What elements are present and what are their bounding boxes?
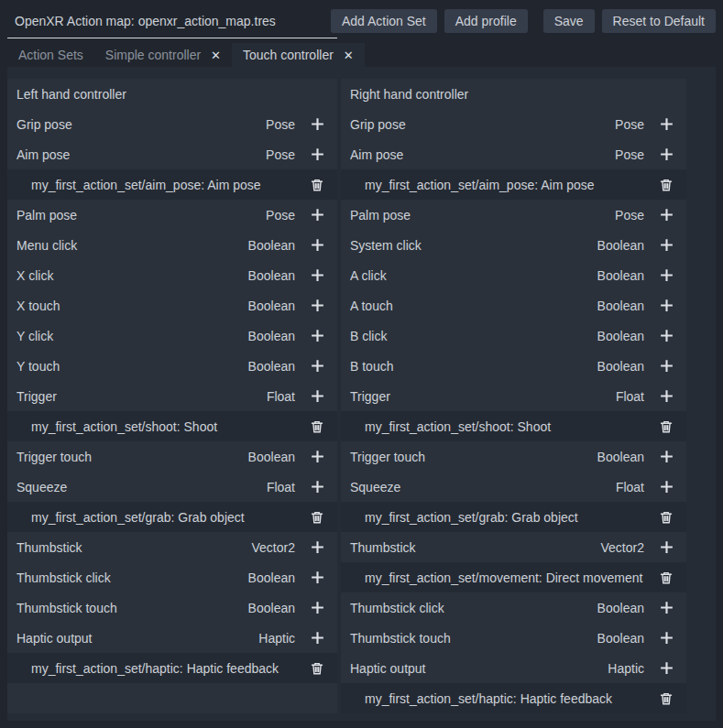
add-binding-button[interactable]: [306, 204, 328, 226]
add-binding-button[interactable]: [655, 295, 677, 317]
add-binding-button[interactable]: [306, 325, 328, 347]
tab-content: Left hand controller Grip pose Pose Aim …: [7, 67, 716, 721]
add-binding-button[interactable]: [306, 537, 328, 559]
add-binding-button[interactable]: [655, 144, 677, 166]
topbar-button-add-profile[interactable]: Add profile: [444, 9, 528, 33]
delete-binding-button[interactable]: [306, 416, 328, 438]
plus-icon: [310, 237, 325, 253]
add-binding-button[interactable]: [655, 446, 677, 468]
add-binding-button[interactable]: [655, 234, 677, 256]
plus-icon: [659, 600, 674, 615]
tab-simple-controller[interactable]: Simple controller ✕: [94, 43, 232, 67]
action-type: Haptic: [608, 661, 644, 676]
action-type: Vector2: [601, 540, 644, 555]
add-binding-button[interactable]: [655, 476, 677, 498]
add-binding-button[interactable]: [306, 234, 328, 256]
delete-binding-button[interactable]: [655, 174, 677, 196]
action-type: Boolean: [248, 359, 295, 374]
add-binding-button[interactable]: [655, 265, 677, 287]
tab-label: Action Sets: [18, 48, 83, 62]
action-row-y-click: Y click Boolean: [7, 321, 337, 351]
add-binding-button[interactable]: [306, 597, 328, 619]
action-name: Aim pose: [350, 147, 615, 162]
plus-icon: [310, 207, 325, 223]
add-binding-button[interactable]: [306, 114, 328, 136]
action-name: Trigger touch: [350, 450, 597, 464]
delete-binding-button[interactable]: [655, 688, 677, 710]
binding-label: my_first_action_set/shoot: Shoot: [31, 419, 306, 434]
add-binding-button[interactable]: [306, 627, 328, 649]
close-icon[interactable]: ✕: [344, 49, 354, 61]
add-binding-button[interactable]: [655, 537, 677, 559]
close-icon[interactable]: ✕: [211, 49, 221, 61]
binding-label: my_first_action_set/shoot: Shoot: [365, 419, 655, 434]
add-binding-button[interactable]: [655, 325, 677, 347]
delete-binding-button[interactable]: [655, 506, 677, 528]
delete-binding-button[interactable]: [655, 567, 677, 589]
add-binding-button[interactable]: [306, 386, 328, 407]
action-row-palm-pose: Palm pose Pose: [7, 200, 337, 230]
action-row-aim-pose: Aim pose Pose: [341, 139, 686, 169]
add-binding-button[interactable]: [306, 476, 328, 498]
action-type: Boolean: [597, 299, 644, 313]
action-name: B touch: [350, 359, 597, 374]
plus-icon: [659, 207, 674, 223]
action-type: Boolean: [597, 450, 644, 464]
action-name: B click: [350, 329, 597, 343]
tabbar: Action Sets Simple controller ✕ Touch co…: [7, 43, 716, 67]
binding-row: my_first_action_set/shoot: Shoot: [7, 411, 337, 441]
plus-icon: [659, 449, 674, 464]
action-row-palm-pose: Palm pose Pose: [341, 200, 686, 230]
action-type: Boolean: [248, 268, 295, 283]
action-type: Boolean: [597, 631, 644, 646]
action-name: Aim pose: [16, 147, 266, 162]
controller-panel-right-hand-controller: Right hand controller Grip pose Pose Aim…: [341, 79, 686, 713]
delete-binding-button[interactable]: [306, 506, 328, 528]
action-row-thumbstick-touch: Thumbstick touch Boolean: [341, 623, 686, 653]
add-binding-button[interactable]: [655, 657, 677, 679]
action-row-trigger: Trigger Float: [7, 381, 337, 411]
action-type: Pose: [615, 117, 644, 132]
action-row-squeeze: Squeeze Float: [7, 472, 337, 502]
add-binding-button[interactable]: [655, 355, 677, 377]
add-binding-button[interactable]: [306, 446, 328, 468]
binding-label: my_first_action_set/movement: Direct mov…: [365, 570, 655, 585]
add-binding-button[interactable]: [655, 627, 677, 649]
add-binding-button[interactable]: [655, 204, 677, 226]
add-binding-button[interactable]: [306, 144, 328, 166]
add-binding-button[interactable]: [306, 567, 328, 589]
add-binding-button[interactable]: [655, 386, 677, 407]
add-binding-button[interactable]: [655, 114, 677, 136]
add-binding-button[interactable]: [306, 265, 328, 287]
action-type: Boolean: [248, 601, 295, 615]
tab-label: Simple controller: [105, 48, 201, 62]
action-name: Menu click: [16, 238, 248, 253]
delete-binding-button[interactable]: [655, 416, 677, 438]
trash-icon: [310, 419, 324, 434]
action-row-trigger-touch: Trigger touch Boolean: [341, 441, 686, 472]
panel-title: Left hand controller: [16, 87, 126, 102]
add-binding-button[interactable]: [306, 295, 328, 317]
topbar-button-add-action-set[interactable]: Add Action Set: [331, 9, 437, 33]
delete-binding-button[interactable]: [306, 657, 328, 679]
plus-icon: [659, 267, 674, 283]
topbar-button-reset-to-default[interactable]: Reset to Default: [602, 9, 716, 33]
panel-header: Left hand controller: [7, 79, 337, 109]
action-type: Boolean: [597, 359, 644, 374]
action-name: Y click: [16, 329, 248, 343]
action-type: Haptic: [258, 631, 295, 646]
action-name: Squeeze: [16, 480, 267, 494]
add-binding-button[interactable]: [306, 355, 328, 377]
action-name: Y touch: [16, 359, 248, 374]
plus-icon: [310, 630, 325, 646]
plus-icon: [659, 328, 674, 343]
action-row-thumbstick: Thumbstick Vector2: [341, 532, 686, 562]
tab-action-sets[interactable]: Action Sets: [7, 43, 94, 67]
add-binding-button[interactable]: [655, 597, 677, 619]
delete-binding-button[interactable]: [306, 174, 328, 196]
plus-icon: [310, 570, 325, 585]
topbar-button-save[interactable]: Save: [543, 9, 595, 33]
action-type: Boolean: [597, 601, 644, 615]
tab-touch-controller[interactable]: Touch controller ✕: [232, 43, 365, 67]
action-row-squeeze: Squeeze Float: [341, 472, 686, 502]
